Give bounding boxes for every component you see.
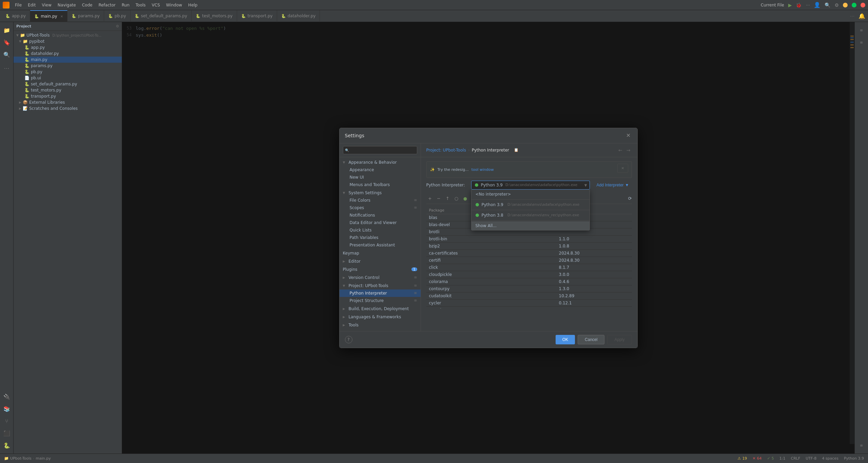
- breadcrumb-copy-icon[interactable]: 📋: [514, 148, 519, 152]
- tree-item-main-py[interactable]: 🐍 main.py: [14, 57, 122, 63]
- nav-item-quick-lists[interactable]: Quick Lists: [340, 226, 421, 234]
- close-button[interactable]: [861, 3, 865, 7]
- tab-test-motors[interactable]: 🐍 test_motors.py: [192, 10, 237, 22]
- help-button[interactable]: ?: [345, 336, 352, 343]
- nav-item-appearance[interactable]: Appearance: [340, 166, 421, 174]
- sidebar-icon-find[interactable]: 🔍: [1, 49, 12, 60]
- nav-group-header-editor[interactable]: ▶ Editor: [340, 258, 421, 265]
- interpreter-select[interactable]: Python 3.9 D:\anaconda\envs\adaface\pyth…: [471, 181, 590, 189]
- status-linesep[interactable]: CRLF: [791, 456, 801, 461]
- table-row[interactable]: contourpy 1.3.0: [426, 285, 632, 292]
- remove-package-btn[interactable]: −: [435, 195, 443, 202]
- sidebar-icon-more[interactable]: ⋯: [1, 63, 12, 74]
- add-package-btn[interactable]: +: [426, 195, 434, 202]
- nav-item-data-editor[interactable]: Data Editor and Viewer: [340, 219, 421, 226]
- tab-pb-py[interactable]: 🐍 pb.py: [104, 10, 131, 22]
- sidebar-icon-python[interactable]: 🐍: [1, 440, 12, 451]
- dropdown-python38[interactable]: Python 3.8 D:\anaconda\envs\env_rec\pyth…: [471, 211, 590, 220]
- tree-item-pb-py[interactable]: 🐍 pb.py: [14, 69, 122, 75]
- table-row[interactable]: cudatoolkit 10.2.89: [426, 292, 632, 299]
- panel-settings[interactable]: ⚙: [116, 24, 119, 28]
- status-encoding[interactable]: UTF-8: [806, 456, 816, 461]
- notifications-icon[interactable]: 🔔: [859, 13, 868, 19]
- redesign-close-btn[interactable]: ✕: [617, 164, 628, 173]
- nav-item-menus-toolbars[interactable]: Menus and Toolbars: [340, 181, 421, 188]
- table-row[interactable]: colorama 0.4.6: [426, 278, 632, 285]
- sidebar-icon-project[interactable]: 📁: [1, 25, 12, 36]
- table-row[interactable]: cytoolz 0.12.3: [426, 306, 632, 308]
- tree-item-upbot[interactable]: ▼ 📁 UPbot-Tools D:\python_project\UPbot-…: [14, 32, 122, 38]
- tree-item-pypibot[interactable]: ▼ 📁 pypibot: [14, 38, 122, 44]
- toggle-btn[interactable]: ○: [453, 195, 460, 202]
- nav-group-header-system-settings[interactable]: ▼ System Settings: [340, 189, 421, 197]
- apply-button[interactable]: Apply: [607, 335, 632, 344]
- nav-group-header-tools[interactable]: ▶ Tools: [340, 321, 421, 329]
- nav-item-presentation-assistant[interactable]: Presentation Assistant: [340, 241, 421, 249]
- nav-item-project-structure[interactable]: Project Structure ≡: [340, 297, 421, 304]
- project-selector[interactable]: Current File: [761, 3, 784, 7]
- tab-transport[interactable]: 🐍 transport.py: [237, 10, 277, 22]
- tab-close-main-py[interactable]: ✕: [60, 15, 63, 18]
- table-row[interactable]: brotli-bin 1.1.0: [426, 235, 632, 242]
- sidebar-icon-git[interactable]: ⑂: [1, 416, 12, 426]
- nav-item-path-variables[interactable]: Path Variables: [340, 234, 421, 241]
- run-button[interactable]: ▶: [788, 2, 792, 8]
- add-interpreter-button[interactable]: Add Interpreter ▼: [594, 181, 632, 189]
- status-warnings[interactable]: ⚠ 19: [738, 456, 747, 461]
- action-btn[interactable]: ●: [462, 195, 469, 202]
- right-icon-2[interactable]: ≡: [856, 37, 867, 48]
- sidebar-icon-bookmark[interactable]: 🔖: [1, 37, 12, 48]
- nav-item-python-interpreter[interactable]: Python Interpreter ≡: [340, 289, 421, 297]
- breadcrumb-forward-btn[interactable]: →: [625, 147, 632, 154]
- table-row[interactable]: certifi 2024.8.30: [426, 257, 632, 264]
- nav-group-header-plugins[interactable]: Plugins 1: [340, 266, 421, 273]
- tree-item-set-default[interactable]: 🐍 set_default_params.py: [14, 81, 122, 87]
- tree-item-dataholder[interactable]: 🐍 dataholder.py: [14, 51, 122, 57]
- menu-code[interactable]: Code: [79, 2, 95, 8]
- dropdown-no-interpreter[interactable]: <No interpreter>: [471, 190, 590, 199]
- sidebar-icon-terminal[interactable]: ⬛: [1, 428, 12, 439]
- dropdown-show-all[interactable]: Show All...: [471, 221, 590, 230]
- right-icon-1[interactable]: ≡: [856, 25, 867, 36]
- sidebar-icon-layers[interactable]: 📚: [1, 403, 12, 414]
- menu-file[interactable]: File: [12, 2, 24, 8]
- nav-item-file-colors[interactable]: File Colors ≡: [340, 197, 421, 204]
- table-row[interactable]: ca-certificates 2024.8.30: [426, 249, 632, 257]
- nav-item-notifications[interactable]: Notifications: [340, 212, 421, 219]
- menu-tools[interactable]: Tools: [133, 2, 149, 8]
- settings-search-input[interactable]: [343, 146, 417, 154]
- sidebar-icon-plugins[interactable]: 🔌: [1, 391, 12, 402]
- table-row[interactable]: bzip2 1.0.8: [426, 242, 632, 249]
- nav-item-scopes[interactable]: Scopes ≡: [340, 204, 421, 212]
- nav-group-header-project[interactable]: ▼ Project: UPbot-Tools ≡: [340, 282, 421, 289]
- tab-dataholder[interactable]: 🐍 dataholder.py: [277, 10, 320, 22]
- menu-view[interactable]: View: [39, 2, 54, 8]
- tab-main-py[interactable]: 🐍 main.py ✕: [30, 10, 67, 22]
- table-row[interactable]: cloudpickle 3.0.0: [426, 271, 632, 278]
- menu-edit[interactable]: Edit: [25, 2, 38, 8]
- menu-refactor[interactable]: Refactor: [96, 2, 118, 8]
- nav-group-header-languages[interactable]: ▶ Languages & Frameworks: [340, 313, 421, 321]
- menu-window[interactable]: Window: [163, 2, 185, 8]
- tree-item-pb-ui[interactable]: 📄 pb.ui: [14, 75, 122, 81]
- status-interpreter[interactable]: Python 3.9: [844, 456, 864, 461]
- menu-run[interactable]: Run: [119, 2, 132, 8]
- breadcrumb-back-btn[interactable]: ←: [617, 147, 624, 154]
- status-errors[interactable]: ✕ 64: [752, 456, 761, 461]
- tree-item-test-motors[interactable]: 🐍 test_motors.py: [14, 87, 122, 93]
- redesign-link[interactable]: tool window: [471, 167, 494, 172]
- nav-group-header-keymap[interactable]: Keymap: [340, 249, 421, 257]
- nav-item-new-ui[interactable]: New UI: [340, 174, 421, 181]
- nav-group-header-build[interactable]: ▶ Build, Execution, Deployment: [340, 305, 421, 313]
- search-icon[interactable]: 🔍: [825, 2, 830, 8]
- tab-params-py[interactable]: 🐍 params.py: [67, 10, 104, 22]
- table-row[interactable]: click 8.1.7: [426, 264, 632, 271]
- settings-icon[interactable]: ⚙: [834, 2, 839, 8]
- tab-set-default-params[interactable]: 🐍 set_default_params.py: [131, 10, 192, 22]
- table-row[interactable]: cycler 0.12.1: [426, 299, 632, 306]
- status-project[interactable]: 📁 UPbot-Tools › main.py: [4, 456, 51, 461]
- dialog-close-button[interactable]: ✕: [625, 132, 632, 139]
- status-indent[interactable]: 4 spaces: [822, 456, 838, 461]
- menu-navigate[interactable]: Navigate: [55, 2, 79, 8]
- right-icon-3[interactable]: ≡: [856, 440, 867, 451]
